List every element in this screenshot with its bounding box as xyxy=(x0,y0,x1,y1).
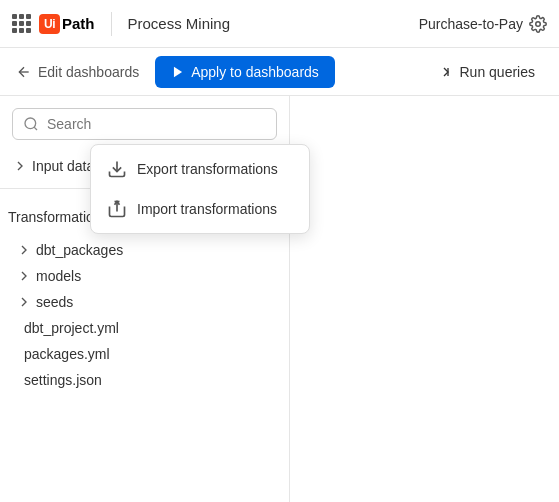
settings-json-item[interactable]: settings.json xyxy=(0,367,289,393)
project-name: Purchase-to-Pay xyxy=(419,16,523,32)
run-queries-button[interactable]: Run queries xyxy=(426,56,548,88)
app-title: Process Mining xyxy=(128,15,231,32)
search-box[interactable] xyxy=(12,108,277,140)
run-queries-label: Run queries xyxy=(460,64,536,80)
import-transformations-item[interactable]: Import transformations xyxy=(91,189,309,229)
sub-toolbar: Edit dashboards Apply to dashboards Run … xyxy=(0,48,559,96)
export-icon xyxy=(107,159,127,179)
edit-dashboards-label: Edit dashboards xyxy=(38,64,139,80)
run-icon xyxy=(438,64,454,80)
chevron-right-icon xyxy=(16,268,32,284)
search-input[interactable] xyxy=(47,116,266,132)
arrow-left-icon xyxy=(16,64,32,80)
svg-point-4 xyxy=(25,118,36,129)
dbt-project-yml-item[interactable]: dbt_project.yml xyxy=(0,315,289,341)
svg-line-5 xyxy=(34,127,37,130)
dbt-packages-item[interactable]: dbt_packages xyxy=(0,237,289,263)
settings-json-label: settings.json xyxy=(24,372,102,388)
settings-icon[interactable] xyxy=(529,15,547,33)
export-transformations-label: Export transformations xyxy=(137,161,278,177)
search-icon xyxy=(23,116,39,132)
svg-marker-2 xyxy=(174,66,182,77)
nav-divider-1 xyxy=(111,12,112,36)
apps-grid-icon[interactable] xyxy=(12,14,31,33)
packages-yml-label: packages.yml xyxy=(24,346,110,362)
svg-point-0 xyxy=(536,21,541,26)
main-layout: Input data Transformations xyxy=(0,96,559,502)
dbt-packages-label: dbt_packages xyxy=(36,242,123,258)
seeds-item[interactable]: seeds xyxy=(0,289,289,315)
export-transformations-item[interactable]: Export transformations xyxy=(91,149,309,189)
content-area: Export transformations Import transforma… xyxy=(290,96,559,502)
transformations-dropdown-menu: Export transformations Import transforma… xyxy=(90,144,310,234)
logo-path-text: Path xyxy=(62,15,95,32)
seeds-label: seeds xyxy=(36,294,73,310)
edit-dashboards-button[interactable]: Edit dashboards xyxy=(12,58,151,86)
apply-dashboards-label: Apply to dashboards xyxy=(191,64,319,80)
chevron-right-icon xyxy=(12,158,28,174)
packages-yml-item[interactable]: packages.yml xyxy=(0,341,289,367)
play-icon xyxy=(171,65,185,79)
logo-box: Ui xyxy=(39,14,60,34)
chevron-right-icon xyxy=(16,242,32,258)
import-transformations-label: Import transformations xyxy=(137,201,277,217)
dbt-project-yml-label: dbt_project.yml xyxy=(24,320,119,336)
import-icon xyxy=(107,199,127,219)
chevron-right-icon xyxy=(16,294,32,310)
models-label: models xyxy=(36,268,81,284)
uipath-logo: Ui Path xyxy=(39,14,95,34)
top-nav: Ui Path Process Mining Purchase-to-Pay xyxy=(0,0,559,48)
input-data-label: Input data xyxy=(32,158,94,174)
project-selector[interactable]: Purchase-to-Pay xyxy=(419,15,547,33)
models-item[interactable]: models xyxy=(0,263,289,289)
apply-dashboards-button[interactable]: Apply to dashboards xyxy=(155,56,335,88)
